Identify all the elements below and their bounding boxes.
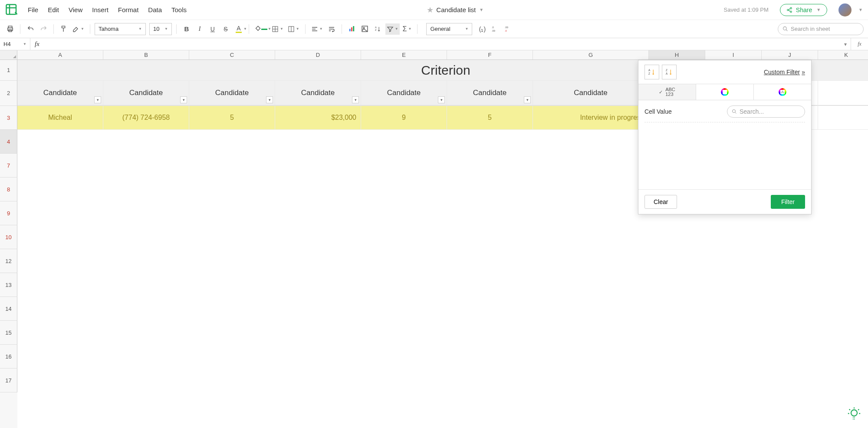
sort-desc-button[interactable]: ZA: [662, 65, 677, 79]
column-header-C[interactable]: C: [189, 50, 275, 59]
data-cell[interactable]: 5: [189, 106, 275, 129]
chart-button[interactable]: [346, 23, 358, 35]
row-header-9[interactable]: 9: [0, 201, 17, 225]
data-cell[interactable]: 5: [447, 106, 533, 129]
column-header-D[interactable]: D: [275, 50, 361, 59]
row-header-2[interactable]: 2: [0, 81, 17, 106]
header-cell[interactable]: Candidate: [533, 81, 649, 105]
expand-formula-icon[interactable]: ▾: [840, 41, 851, 47]
clear-format-button[interactable]: ▼: [71, 23, 85, 35]
decimal-inc-button[interactable]: .0.00: [490, 23, 501, 35]
filter-dropdown-icon[interactable]: ▾: [266, 96, 273, 103]
redo-button[interactable]: [38, 23, 49, 35]
filter-tab-color[interactable]: [696, 84, 754, 100]
format-painter-button[interactable]: [58, 23, 69, 35]
chevron-down-icon[interactable]: ▼: [858, 7, 863, 12]
menu-format[interactable]: Format: [118, 6, 139, 13]
column-header-F[interactable]: F: [447, 50, 533, 59]
column-header-H[interactable]: H: [649, 50, 705, 59]
sort-asc-button[interactable]: AZ: [644, 65, 659, 79]
header-cell[interactable]: Candidate▾: [275, 81, 361, 105]
print-button[interactable]: [4, 23, 16, 35]
fx-icon[interactable]: fx: [30, 40, 44, 48]
wrap-text-button[interactable]: [326, 23, 337, 35]
filter-apply-button[interactable]: Filter: [771, 195, 805, 209]
filter-button[interactable]: ▼: [385, 23, 400, 35]
function-panel-icon[interactable]: fx: [851, 38, 868, 50]
strikethrough-button[interactable]: S: [220, 23, 231, 35]
row-header-12[interactable]: 12: [0, 249, 17, 273]
user-avatar[interactable]: [838, 3, 852, 16]
row-header-8[interactable]: 8: [0, 178, 17, 201]
menu-file[interactable]: File: [28, 6, 38, 13]
row-header-3[interactable]: 3: [0, 106, 17, 130]
borders-button[interactable]: ▼: [270, 23, 285, 35]
row-header-1[interactable]: 1: [0, 60, 17, 81]
filter-dropdown-icon[interactable]: ▾: [438, 96, 445, 103]
align-button[interactable]: ▼: [310, 23, 324, 35]
row-header-4[interactable]: 4: [0, 130, 17, 154]
select-all-corner[interactable]: ◢: [0, 50, 17, 59]
custom-filter-link[interactable]: Custom Filter »: [764, 69, 805, 76]
filter-search-input[interactable]: Search...: [727, 105, 805, 118]
data-cell[interactable]: (774) 724-6958: [103, 106, 189, 129]
merge-button[interactable]: ▼: [286, 23, 301, 35]
decimal-dec-button[interactable]: .00.0: [503, 23, 514, 35]
filter-tab-fontcolor[interactable]: A: [754, 84, 811, 100]
search-input[interactable]: Search in sheet: [778, 23, 864, 35]
menu-data[interactable]: Data: [148, 6, 162, 13]
row-header-10[interactable]: 10: [0, 225, 17, 249]
column-header-J[interactable]: J: [762, 50, 818, 59]
column-header-E[interactable]: E: [361, 50, 447, 59]
sum-button[interactable]: Σ▼: [401, 23, 413, 35]
row-header-17[interactable]: 17: [0, 369, 17, 392]
column-header-K[interactable]: K: [818, 50, 868, 59]
sort-button[interactable]: AZ: [372, 23, 384, 35]
bold-button[interactable]: B: [181, 23, 192, 35]
share-button[interactable]: Share ▼: [780, 4, 827, 16]
column-header-G[interactable]: G: [533, 50, 649, 59]
font-color-button[interactable]: A▼: [233, 23, 244, 35]
clear-button[interactable]: Clear: [644, 195, 677, 209]
number-format-select[interactable]: General ▼: [426, 23, 472, 35]
column-header-A[interactable]: A: [17, 50, 103, 59]
filter-tab-value[interactable]: ✓ ABC123: [638, 84, 696, 100]
filter-dropdown-icon[interactable]: ▾: [524, 96, 531, 103]
header-cell[interactable]: Candidate▾: [103, 81, 189, 105]
filter-dropdown-icon[interactable]: ▾: [94, 96, 101, 103]
row-header-14[interactable]: 14: [0, 297, 17, 321]
cell-reference-input[interactable]: H4 ▼: [0, 38, 30, 50]
row-header-16[interactable]: 16: [0, 345, 17, 369]
menu-view[interactable]: View: [69, 6, 82, 13]
menu-insert[interactable]: Insert: [92, 6, 108, 13]
data-cell[interactable]: 9: [361, 106, 447, 129]
data-cell[interactable]: Interview in progress: [533, 106, 649, 129]
row-header-15[interactable]: 15: [0, 321, 17, 345]
data-cell[interactable]: $23,000: [275, 106, 361, 129]
star-icon[interactable]: ★: [427, 5, 434, 15]
image-button[interactable]: [359, 23, 371, 35]
header-cell[interactable]: Candidate▾: [361, 81, 447, 105]
fill-color-button[interactable]: ▼: [253, 23, 269, 35]
column-header-I[interactable]: I: [705, 50, 762, 59]
menu-edit[interactable]: Edit: [48, 6, 59, 13]
row-header-7[interactable]: 7: [0, 154, 17, 178]
column-header-B[interactable]: B: [103, 50, 189, 59]
data-cell[interactable]: Micheal: [17, 106, 103, 129]
italic-button[interactable]: I: [194, 23, 205, 35]
menu-tools[interactable]: Tools: [171, 6, 187, 13]
formula-input[interactable]: [44, 38, 840, 50]
font-size-select[interactable]: 10 ▼: [149, 23, 172, 35]
header-cell[interactable]: Candidate▾: [17, 81, 103, 105]
row-header-13[interactable]: 13: [0, 273, 17, 297]
filter-dropdown-icon[interactable]: ▾: [180, 96, 187, 103]
underline-button[interactable]: U: [207, 23, 218, 35]
file-title[interactable]: Candidate list: [436, 6, 476, 13]
header-cell[interactable]: Candidate▾: [189, 81, 275, 105]
chevron-down-icon[interactable]: ▼: [479, 7, 483, 12]
header-cell[interactable]: Candidate▾: [447, 81, 533, 105]
undo-button[interactable]: [25, 23, 36, 35]
empty-cell[interactable]: [818, 106, 868, 129]
help-icon[interactable]: [845, 405, 863, 423]
filter-dropdown-icon[interactable]: ▾: [352, 96, 359, 103]
